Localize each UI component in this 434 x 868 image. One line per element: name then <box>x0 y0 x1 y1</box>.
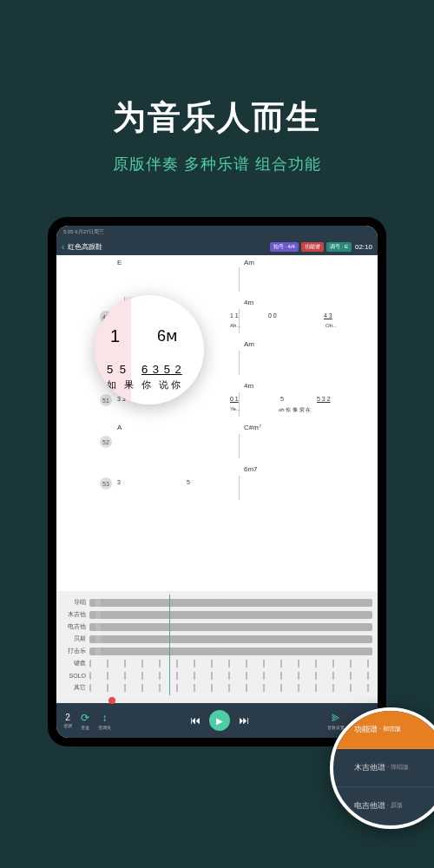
notation: 3 <box>117 479 121 485</box>
chord-label: 4m <box>244 299 253 306</box>
chord-label: Am <box>244 340 254 348</box>
track-label[interactable]: 打击乐 <box>62 647 86 655</box>
lyrics: Ah... <box>230 323 240 328</box>
track-wave[interactable] <box>89 684 372 692</box>
status-bar: 5:05 6月27日周三 <box>56 226 378 238</box>
tablet-frame: 5:05 6月27日周三 ‹ 红色高跟鞋 拍号 · 4/4 功能谱 调号 · E… <box>48 217 386 746</box>
progress-bar[interactable] <box>56 699 378 703</box>
zoom-lyrics: 如 果 你 说你 <box>107 378 183 391</box>
transpose-control[interactable]: 2 变调 <box>63 713 72 728</box>
track-label[interactable]: 贝斯 <box>62 635 86 643</box>
track-wave[interactable] <box>89 635 372 643</box>
back-icon[interactable]: ‹ <box>62 242 64 252</box>
bar-number: 52 <box>100 436 112 448</box>
chord-label: Am <box>244 259 254 266</box>
control-bar: 2 变调 ⟳ 变速 ↕ 变调夹 ⏮ ▶ ⏭ ⫸ 音轨设置 ♫ 乐谱选 <box>56 703 378 738</box>
zoom-notes: 6 3 5 2 <box>141 363 182 376</box>
bar-number: 53 <box>100 477 112 490</box>
zoom-chord: 6ᴍ <box>157 326 178 345</box>
app-topbar: ‹ 红色高跟鞋 拍号 · 4/4 功能谱 调号 · E 02:10 <box>56 238 378 255</box>
track-label[interactable]: 导唱 <box>62 598 86 607</box>
notation: 5 <box>280 396 284 402</box>
lyrics: Ye... <box>230 406 240 411</box>
track-label[interactable]: 键盘 <box>62 659 86 667</box>
zoom-lens: 1 6ᴍ 5 5 6 3 5 2 如 果 你 说你 <box>95 295 204 404</box>
score-option-acoustic[interactable]: 木吉他谱· 弹唱版 <box>333 749 434 787</box>
notation: 1 1 <box>230 312 239 319</box>
play-button[interactable]: ▶ <box>209 710 230 731</box>
track-wave[interactable] <box>89 599 372 607</box>
song-title: 红色高跟鞋 <box>68 242 266 252</box>
notation: 4 3 <box>324 312 332 319</box>
notation: 5 <box>187 479 190 485</box>
chord-label: A <box>117 424 122 431</box>
track-wave[interactable] <box>89 660 372 667</box>
track-wave[interactable] <box>89 648 372 655</box>
prev-icon[interactable]: ⏮ <box>190 714 201 727</box>
score-type-badge[interactable]: 功能谱 <box>301 242 324 252</box>
track-wave[interactable] <box>89 623 372 631</box>
notation: 0 1 <box>230 396 239 402</box>
chord-label: E <box>117 259 122 266</box>
speed-control[interactable]: ⟳ 变速 <box>81 712 89 730</box>
notation: 5 3 2 <box>317 396 331 402</box>
track-label[interactable]: 木吉他 <box>62 610 86 619</box>
chord-label: C#m⁷ <box>244 424 261 431</box>
track-panel: 导唱 木吉他 电吉他 贝斯 打击乐 键盘 SOLO 其它 <box>56 591 378 699</box>
track-label[interactable]: 其它 <box>62 683 86 692</box>
zoom-notes: 5 5 <box>107 363 128 376</box>
capo-icon: ↕ <box>102 712 108 724</box>
capo-control[interactable]: ↕ 变调夹 <box>98 712 111 730</box>
screen: 5:05 6月27日周三 ‹ 红色高跟鞋 拍号 · 4/4 功能谱 调号 · E… <box>56 226 378 738</box>
duration-label: 02:10 <box>355 243 372 251</box>
speed-icon: ⟳ <box>81 712 89 724</box>
hero-title: 为音乐人而生 <box>0 95 434 140</box>
lyrics: oh 你 像 窝 在 <box>279 406 311 414</box>
track-label[interactable]: 电吉他 <box>62 622 86 631</box>
zoom-chord: 1 <box>110 326 120 346</box>
next-icon[interactable]: ⏭ <box>239 714 249 727</box>
progress-knob[interactable] <box>108 697 115 704</box>
track-wave[interactable] <box>89 611 372 619</box>
time-signature-badge[interactable]: 拍号 · 4/4 <box>270 242 299 252</box>
hero-subtitle: 原版伴奏 多种乐谱 组合功能 <box>0 154 434 174</box>
notation: 0 0 <box>268 312 277 319</box>
chord-label: 6m7 <box>244 465 258 473</box>
bar-number: 51 <box>100 394 112 406</box>
key-badge[interactable]: 调号 · E <box>326 242 352 252</box>
score-area[interactable]: E Am 49 4m 1 1 0 0 4 3 Ah... Oh... 50 Am <box>56 255 378 591</box>
score-option-electric[interactable]: 电吉他谱· 原版 <box>333 787 434 825</box>
sliders-icon: ⫸ <box>331 712 341 724</box>
mixer-control[interactable]: ⫸ 音轨设置 <box>327 712 345 730</box>
chord-label: 4m <box>244 382 253 390</box>
track-playhead[interactable] <box>169 595 170 695</box>
track-label[interactable]: SOLO <box>62 673 86 679</box>
track-wave[interactable] <box>89 672 372 680</box>
lyrics: Oh... <box>326 323 337 328</box>
